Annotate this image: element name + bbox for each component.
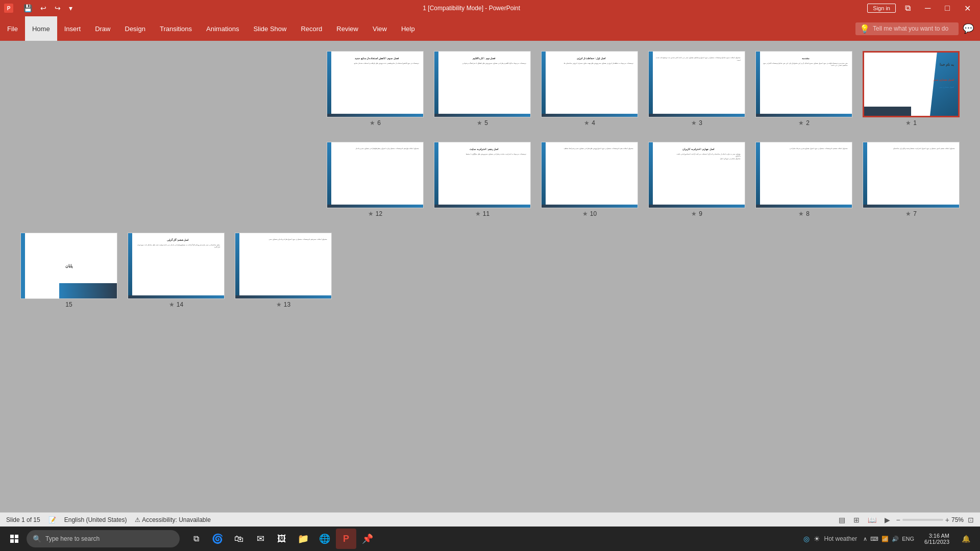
accessibility-icon: ⚠ bbox=[135, 516, 140, 523]
star-icon-13: ★ bbox=[276, 301, 282, 308]
slide-cell-5[interactable]: فصل دوم : کار با اقلیم توضیحات مربوط به … bbox=[434, 51, 531, 127]
sticky-notes-button[interactable]: 📌 bbox=[357, 529, 378, 549]
close-button[interactable]: ✕ bbox=[959, 0, 976, 16]
maximize-button[interactable]: □ bbox=[940, 0, 955, 16]
slide-thumb-7[interactable]: محتوای اسلاید هفتم با متن مفصل در مورد ا… bbox=[863, 142, 960, 208]
zoom-control: − + 75% bbox=[896, 516, 964, 524]
slide-cell-10[interactable]: محتوای اسلاید دهم با توضیحات مفصل در مور… bbox=[541, 142, 638, 217]
slide-thumb-12[interactable]: محتوای اسلاید دوازدهم با توضیحات مفصل در… bbox=[327, 142, 424, 208]
slide-cell-3[interactable]: محتوای اسلاید سوم شامل توضیحات مفصل در م… bbox=[648, 51, 745, 127]
mail-button[interactable]: ✉ bbox=[250, 529, 271, 549]
save-button[interactable]: 💾 bbox=[20, 3, 35, 13]
zoom-out-button[interactable]: − bbox=[896, 516, 900, 524]
tab-review[interactable]: Review bbox=[329, 16, 365, 41]
undo-button[interactable]: ↩ bbox=[37, 3, 50, 13]
star-icon-8: ★ bbox=[798, 210, 804, 217]
clock[interactable]: 3:16 AM 6/11/2023 bbox=[920, 533, 953, 545]
slide-thumb-14[interactable]: اصل ششم: گل گرایی نمای ساختمانی سبز نیاز… bbox=[128, 233, 225, 299]
slide-thumb-2[interactable]: مقدمه متن مقدمه و توضیحات اولیه در مورد … bbox=[755, 51, 852, 117]
notification-center-button[interactable]: 🔔 bbox=[955, 529, 976, 549]
slide-cell-6[interactable]: فصل سوم : کاهش استفاده از منابع جدید توض… bbox=[327, 51, 424, 127]
slide-1-subtitle: اصول معماری سبز bbox=[913, 78, 954, 81]
slide-thumb-1[interactable]: به نام خدا اصول معماری سبز اصول معماری س… bbox=[863, 51, 960, 117]
search-box[interactable]: 💡 bbox=[855, 22, 959, 35]
tell-me-input[interactable] bbox=[873, 25, 954, 32]
tab-view[interactable]: View bbox=[365, 16, 394, 41]
slide-1-bottom-bar bbox=[864, 107, 911, 116]
slide-thumb-15[interactable]: پایان bbox=[20, 233, 117, 299]
cortana-icon: ◎ bbox=[803, 535, 810, 543]
explorer-button[interactable]: 📁 bbox=[293, 529, 313, 549]
chrome-button[interactable]: 🌐 bbox=[314, 529, 335, 549]
tab-animations[interactable]: Animations bbox=[199, 16, 246, 41]
start-button[interactable] bbox=[4, 529, 24, 549]
store-button[interactable]: 🛍 bbox=[229, 529, 249, 549]
slide-number-13: ★ 13 bbox=[276, 301, 290, 308]
taskbar-search[interactable]: 🔍 Type here to search bbox=[27, 530, 180, 547]
normal-view-button[interactable]: ▤ bbox=[837, 515, 847, 525]
photos-button[interactable]: 🖼 bbox=[272, 529, 292, 549]
zoom-in-button[interactable]: + bbox=[945, 516, 949, 524]
slide-cell-9[interactable]: اصل چهارم : احترام به کاربران معماری سبز… bbox=[648, 142, 745, 217]
tab-home[interactable]: Home bbox=[25, 16, 57, 41]
tab-slideshow[interactable]: Slide Show bbox=[246, 16, 293, 41]
tab-insert[interactable]: Insert bbox=[57, 16, 88, 41]
slide-thumb-4[interactable]: اصل اول : حفاظت از انرژی توضیحات مربوط ب… bbox=[541, 51, 638, 117]
slide-13-content: محتوای اسلاید سیزدهم با توضیحات مفصل در … bbox=[242, 238, 327, 291]
sign-in-button[interactable]: Sign in bbox=[867, 4, 896, 13]
slide-thumb-13[interactable]: محتوای اسلاید سیزدهم با توضیحات مفصل در … bbox=[235, 233, 332, 299]
language-indicator[interactable]: English (United States) bbox=[64, 516, 127, 523]
fit-to-window-button[interactable]: ⊡ bbox=[968, 516, 974, 524]
star-icon-1: ★ bbox=[905, 119, 911, 127]
star-icon-3: ★ bbox=[691, 119, 697, 127]
tab-design[interactable]: Design bbox=[118, 16, 153, 41]
notification-icon: 🔔 bbox=[962, 535, 970, 543]
slide-cell-14[interactable]: اصل ششم: گل گرایی نمای ساختمانی سبز نیاز… bbox=[128, 233, 225, 308]
slide-cell-1[interactable]: به نام خدا اصول معماری سبز اصول معماری س… bbox=[863, 51, 960, 127]
slide-thumb-6[interactable]: فصل سوم : کاهش استفاده از منابع جدید توض… bbox=[327, 51, 424, 117]
slide-number-12: ★ 12 bbox=[368, 210, 382, 217]
slide-thumb-10[interactable]: محتوای اسلاید دهم با توضیحات مفصل در مور… bbox=[541, 142, 638, 208]
slide-thumb-9[interactable]: اصل چهارم : احترام به کاربران معماری سبز… bbox=[648, 142, 745, 208]
slide-cell-12[interactable]: محتوای اسلاید دوازدهم با توضیحات مفصل در… bbox=[327, 142, 424, 217]
slide-cell-15[interactable]: پایان 15 bbox=[20, 233, 117, 308]
slide-thumb-3[interactable]: محتوای اسلاید سوم شامل توضیحات مفصل در م… bbox=[648, 51, 745, 117]
customize-button[interactable]: ▾ bbox=[66, 3, 76, 13]
slide-12-content: محتوای اسلاید دوازدهم با توضیحات مفصل در… bbox=[334, 147, 419, 201]
zoom-slider[interactable] bbox=[902, 519, 943, 521]
reading-view-button[interactable]: 📖 bbox=[866, 515, 878, 525]
edge-button[interactable]: 🌀 bbox=[207, 529, 228, 549]
slide-cell-13[interactable]: محتوای اسلاید سیزدهم با توضیحات مفصل در … bbox=[235, 233, 332, 308]
slide-2-content: مقدمه متن مقدمه و توضیحات اولیه در مورد … bbox=[763, 57, 848, 110]
star-icon-6: ★ bbox=[370, 119, 375, 127]
taskview-button[interactable]: ⧉ bbox=[186, 529, 206, 549]
tab-help[interactable]: Help bbox=[394, 16, 422, 41]
slideshow-button[interactable]: ▶ bbox=[883, 515, 892, 525]
comments-icon[interactable]: 💬 bbox=[963, 23, 974, 34]
tab-file[interactable]: File bbox=[0, 16, 25, 41]
tab-record[interactable]: Record bbox=[293, 16, 329, 41]
slide-cell-2[interactable]: مقدمه متن مقدمه و توضیحات اولیه در مورد … bbox=[755, 51, 852, 127]
tab-transitions[interactable]: Transitions bbox=[153, 16, 199, 41]
slide-cell-7[interactable]: محتوای اسلاید هفتم با متن مفصل در مورد ا… bbox=[863, 142, 960, 217]
minimize-button[interactable]: ─ bbox=[920, 0, 936, 16]
powerpoint-button[interactable]: P bbox=[336, 529, 356, 549]
expand-tray-button[interactable]: ∧ bbox=[863, 536, 867, 542]
slide-thumb-8[interactable]: محتوای اسلاید هشتم با توضیحات مفصل در مو… bbox=[755, 142, 852, 208]
touch-keyboard-icon: ⌨ bbox=[870, 536, 878, 542]
slide-cell-11[interactable]: اصل پنجم : احترام به سایت توضیحات مربوط … bbox=[434, 142, 531, 217]
slide-thumb-5[interactable]: فصل دوم : کار با اقلیم توضیحات مربوط به … bbox=[434, 51, 531, 117]
slide-cell-8[interactable]: محتوای اسلاید هشتم با توضیحات مفصل در مو… bbox=[755, 142, 852, 217]
accessibility-status: ⚠ Accessibility: Unavailable bbox=[135, 516, 210, 523]
taskview-icon: ⧉ bbox=[193, 534, 199, 543]
restore-down-button[interactable]: ⧉ bbox=[900, 0, 916, 16]
slide-cell-4[interactable]: اصل اول : حفاظت از انرژی توضیحات مربوط ب… bbox=[541, 51, 638, 127]
windows-logo bbox=[10, 535, 18, 543]
slide-sorter-button[interactable]: ⊞ bbox=[851, 515, 862, 525]
redo-button[interactable]: ↪ bbox=[52, 3, 64, 13]
slide-number-5: ★ 5 bbox=[477, 119, 488, 127]
slide-thumb-11[interactable]: اصل پنجم : احترام به سایت توضیحات مربوط … bbox=[434, 142, 531, 208]
slide-15-left-bar bbox=[21, 233, 25, 298]
tab-draw[interactable]: Draw bbox=[88, 16, 117, 41]
slide-7-content: محتوای اسلاید هفتم با متن مفصل در مورد ا… bbox=[870, 147, 955, 201]
